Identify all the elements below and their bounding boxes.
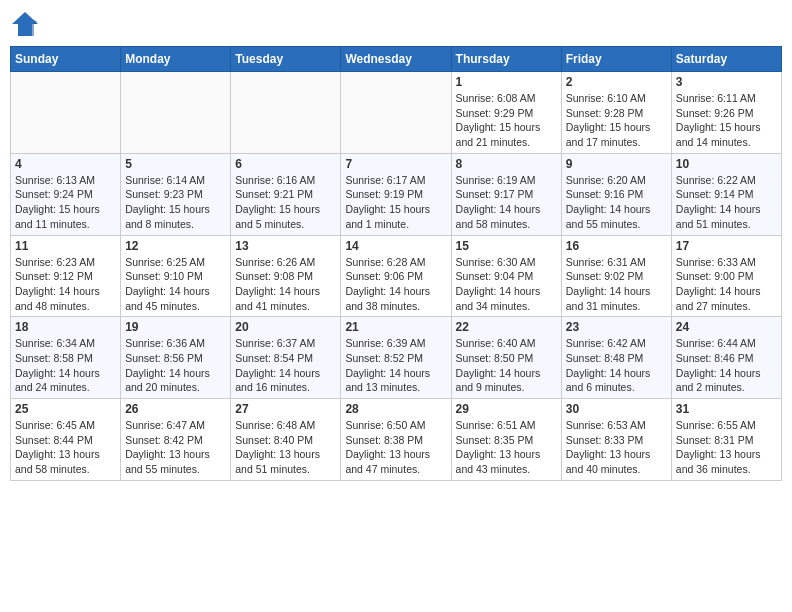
calendar-cell: 19Sunrise: 6:36 AMSunset: 8:56 PMDayligh… [121,317,231,399]
day-info: Sunrise: 6:31 AMSunset: 9:02 PMDaylight:… [566,255,667,314]
day-number: 3 [676,75,777,89]
calendar-cell [341,72,451,154]
weekday-header-friday: Friday [561,47,671,72]
day-info: Sunrise: 6:53 AMSunset: 8:33 PMDaylight:… [566,418,667,477]
calendar-cell [121,72,231,154]
calendar-cell: 6Sunrise: 6:16 AMSunset: 9:21 PMDaylight… [231,153,341,235]
day-info: Sunrise: 6:13 AMSunset: 9:24 PMDaylight:… [15,173,116,232]
day-number: 9 [566,157,667,171]
day-number: 6 [235,157,336,171]
calendar-cell: 12Sunrise: 6:25 AMSunset: 9:10 PMDayligh… [121,235,231,317]
day-number: 29 [456,402,557,416]
day-number: 12 [125,239,226,253]
day-info: Sunrise: 6:48 AMSunset: 8:40 PMDaylight:… [235,418,336,477]
day-number: 26 [125,402,226,416]
calendar-cell: 23Sunrise: 6:42 AMSunset: 8:48 PMDayligh… [561,317,671,399]
day-info: Sunrise: 6:08 AMSunset: 9:29 PMDaylight:… [456,91,557,150]
day-number: 27 [235,402,336,416]
weekday-header-wednesday: Wednesday [341,47,451,72]
week-row-1: 1Sunrise: 6:08 AMSunset: 9:29 PMDaylight… [11,72,782,154]
calendar-table: SundayMondayTuesdayWednesdayThursdayFrid… [10,46,782,481]
calendar-cell: 14Sunrise: 6:28 AMSunset: 9:06 PMDayligh… [341,235,451,317]
calendar-cell [11,72,121,154]
calendar-cell: 7Sunrise: 6:17 AMSunset: 9:19 PMDaylight… [341,153,451,235]
day-number: 10 [676,157,777,171]
weekday-header-monday: Monday [121,47,231,72]
logo-icon [10,10,40,38]
day-info: Sunrise: 6:33 AMSunset: 9:00 PMDaylight:… [676,255,777,314]
day-info: Sunrise: 6:36 AMSunset: 8:56 PMDaylight:… [125,336,226,395]
day-number: 31 [676,402,777,416]
day-info: Sunrise: 6:51 AMSunset: 8:35 PMDaylight:… [456,418,557,477]
day-number: 15 [456,239,557,253]
week-row-5: 25Sunrise: 6:45 AMSunset: 8:44 PMDayligh… [11,399,782,481]
day-info: Sunrise: 6:42 AMSunset: 8:48 PMDaylight:… [566,336,667,395]
day-info: Sunrise: 6:22 AMSunset: 9:14 PMDaylight:… [676,173,777,232]
calendar-cell: 11Sunrise: 6:23 AMSunset: 9:12 PMDayligh… [11,235,121,317]
day-info: Sunrise: 6:14 AMSunset: 9:23 PMDaylight:… [125,173,226,232]
calendar-cell: 5Sunrise: 6:14 AMSunset: 9:23 PMDaylight… [121,153,231,235]
week-row-2: 4Sunrise: 6:13 AMSunset: 9:24 PMDaylight… [11,153,782,235]
day-info: Sunrise: 6:26 AMSunset: 9:08 PMDaylight:… [235,255,336,314]
day-number: 21 [345,320,446,334]
calendar-cell: 31Sunrise: 6:55 AMSunset: 8:31 PMDayligh… [671,399,781,481]
day-number: 30 [566,402,667,416]
day-number: 22 [456,320,557,334]
day-info: Sunrise: 6:25 AMSunset: 9:10 PMDaylight:… [125,255,226,314]
weekday-header-sunday: Sunday [11,47,121,72]
calendar-cell: 28Sunrise: 6:50 AMSunset: 8:38 PMDayligh… [341,399,451,481]
day-info: Sunrise: 6:34 AMSunset: 8:58 PMDaylight:… [15,336,116,395]
calendar-cell: 2Sunrise: 6:10 AMSunset: 9:28 PMDaylight… [561,72,671,154]
day-info: Sunrise: 6:28 AMSunset: 9:06 PMDaylight:… [345,255,446,314]
calendar-cell: 16Sunrise: 6:31 AMSunset: 9:02 PMDayligh… [561,235,671,317]
weekday-header-saturday: Saturday [671,47,781,72]
calendar-cell [231,72,341,154]
day-info: Sunrise: 6:37 AMSunset: 8:54 PMDaylight:… [235,336,336,395]
page-header [10,10,782,38]
day-number: 1 [456,75,557,89]
day-info: Sunrise: 6:19 AMSunset: 9:17 PMDaylight:… [456,173,557,232]
day-info: Sunrise: 6:44 AMSunset: 8:46 PMDaylight:… [676,336,777,395]
weekday-header-thursday: Thursday [451,47,561,72]
day-number: 13 [235,239,336,253]
calendar-cell: 8Sunrise: 6:19 AMSunset: 9:17 PMDaylight… [451,153,561,235]
day-info: Sunrise: 6:17 AMSunset: 9:19 PMDaylight:… [345,173,446,232]
calendar-cell: 26Sunrise: 6:47 AMSunset: 8:42 PMDayligh… [121,399,231,481]
week-row-4: 18Sunrise: 6:34 AMSunset: 8:58 PMDayligh… [11,317,782,399]
calendar-cell: 1Sunrise: 6:08 AMSunset: 9:29 PMDaylight… [451,72,561,154]
calendar-cell: 13Sunrise: 6:26 AMSunset: 9:08 PMDayligh… [231,235,341,317]
day-number: 7 [345,157,446,171]
day-number: 14 [345,239,446,253]
day-info: Sunrise: 6:30 AMSunset: 9:04 PMDaylight:… [456,255,557,314]
calendar-cell: 4Sunrise: 6:13 AMSunset: 9:24 PMDaylight… [11,153,121,235]
calendar-cell: 18Sunrise: 6:34 AMSunset: 8:58 PMDayligh… [11,317,121,399]
day-number: 20 [235,320,336,334]
day-number: 17 [676,239,777,253]
calendar-cell: 17Sunrise: 6:33 AMSunset: 9:00 PMDayligh… [671,235,781,317]
calendar-cell: 22Sunrise: 6:40 AMSunset: 8:50 PMDayligh… [451,317,561,399]
day-info: Sunrise: 6:50 AMSunset: 8:38 PMDaylight:… [345,418,446,477]
day-number: 5 [125,157,226,171]
day-info: Sunrise: 6:47 AMSunset: 8:42 PMDaylight:… [125,418,226,477]
day-info: Sunrise: 6:10 AMSunset: 9:28 PMDaylight:… [566,91,667,150]
calendar-cell: 9Sunrise: 6:20 AMSunset: 9:16 PMDaylight… [561,153,671,235]
calendar-cell: 3Sunrise: 6:11 AMSunset: 9:26 PMDaylight… [671,72,781,154]
weekday-header-tuesday: Tuesday [231,47,341,72]
calendar-cell: 25Sunrise: 6:45 AMSunset: 8:44 PMDayligh… [11,399,121,481]
day-number: 16 [566,239,667,253]
day-info: Sunrise: 6:55 AMSunset: 8:31 PMDaylight:… [676,418,777,477]
day-info: Sunrise: 6:16 AMSunset: 9:21 PMDaylight:… [235,173,336,232]
day-number: 2 [566,75,667,89]
calendar-cell: 27Sunrise: 6:48 AMSunset: 8:40 PMDayligh… [231,399,341,481]
day-info: Sunrise: 6:11 AMSunset: 9:26 PMDaylight:… [676,91,777,150]
day-number: 8 [456,157,557,171]
day-number: 23 [566,320,667,334]
calendar-cell: 30Sunrise: 6:53 AMSunset: 8:33 PMDayligh… [561,399,671,481]
day-number: 11 [15,239,116,253]
calendar-cell: 24Sunrise: 6:44 AMSunset: 8:46 PMDayligh… [671,317,781,399]
calendar-cell: 20Sunrise: 6:37 AMSunset: 8:54 PMDayligh… [231,317,341,399]
day-number: 18 [15,320,116,334]
calendar-cell: 21Sunrise: 6:39 AMSunset: 8:52 PMDayligh… [341,317,451,399]
logo [10,10,44,38]
calendar-cell: 15Sunrise: 6:30 AMSunset: 9:04 PMDayligh… [451,235,561,317]
